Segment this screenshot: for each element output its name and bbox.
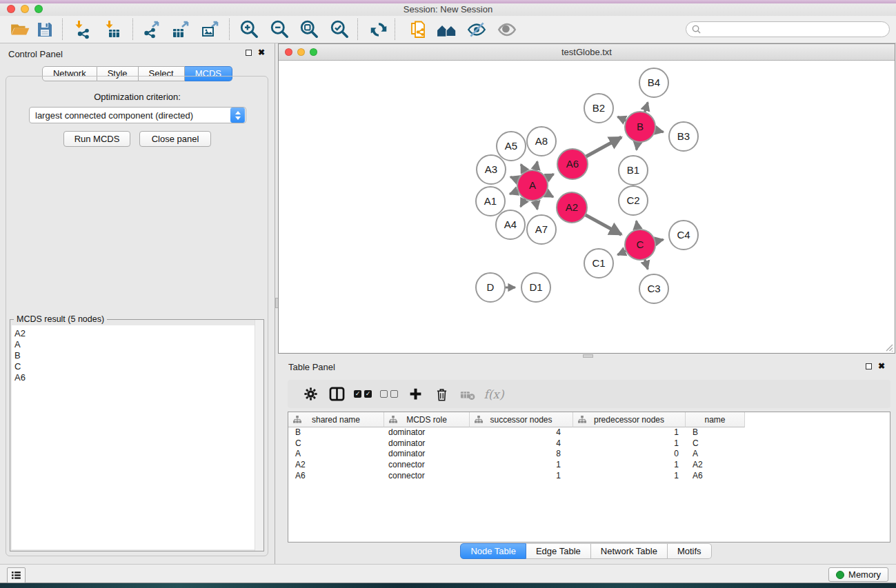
export-network-button[interactable] — [141, 18, 164, 41]
tab-node-table[interactable]: Node Table — [460, 543, 526, 559]
import-table-icon — [104, 20, 123, 39]
search-input[interactable] — [704, 23, 884, 35]
clone-network-button[interactable] — [407, 18, 430, 41]
task-history-button[interactable] — [7, 567, 26, 583]
run-mcds-button[interactable]: Run MCDS — [63, 131, 130, 147]
float-panel-icon[interactable] — [246, 50, 252, 56]
column-header-shared-name[interactable]: shared name — [288, 412, 384, 427]
network-canvas[interactable]: AA1A2A3A4A5A6A7A8BB1B2B3B4CC1C2C3C4DD1 — [279, 61, 895, 353]
export-image-button[interactable] — [199, 18, 223, 41]
table-cell: 8 — [470, 449, 573, 460]
column-header-predecessor-nodes[interactable]: predecessor nodes — [573, 412, 686, 427]
graph-node-C3[interactable]: C3 — [639, 274, 668, 303]
open-session-button[interactable] — [8, 18, 32, 41]
horizontal-splitter-handle[interactable] — [583, 354, 593, 358]
graph-node-A2[interactable]: A2 — [557, 192, 587, 223]
deselect-all-rows-button[interactable] — [376, 384, 402, 405]
birds-eye-view-button[interactable] — [495, 18, 519, 41]
memory-button[interactable]: Memory — [828, 567, 888, 582]
graph-node-B2[interactable]: B2 — [584, 94, 613, 123]
tab-network-table[interactable]: Network Table — [591, 543, 668, 559]
mcds-result-item[interactable]: A6 — [12, 372, 262, 383]
graph-node-A[interactable]: A — [517, 170, 548, 201]
search-field[interactable] — [686, 21, 890, 37]
graph-node-B1[interactable]: B1 — [619, 156, 648, 185]
export-table-button[interactable] — [170, 18, 193, 41]
table-row[interactable]: Cdominator41C — [288, 438, 890, 449]
table-panel-title: Table Panel — [288, 362, 335, 372]
tab-motifs[interactable]: Motifs — [668, 543, 712, 559]
svg-text:A4: A4 — [504, 219, 517, 230]
zoom-selected-button[interactable] — [328, 18, 352, 41]
plus-icon — [408, 387, 423, 401]
graph-node-D1[interactable]: D1 — [521, 273, 550, 302]
graph-node-A8[interactable]: A8 — [527, 127, 556, 156]
column-settings-button[interactable] — [297, 384, 323, 405]
graph-node-C[interactable]: C — [625, 230, 655, 260]
import-table-button[interactable] — [102, 18, 126, 41]
graph-node-A7[interactable]: A7 — [527, 215, 556, 244]
criterion-dropdown[interactable]: largest connected component (directed) — [29, 107, 246, 123]
svg-text:A8: A8 — [535, 135, 548, 147]
column-header-name[interactable]: name — [686, 412, 745, 427]
import-network-button[interactable] — [72, 18, 95, 41]
mcds-result-item[interactable]: B — [12, 350, 262, 361]
add-column-button[interactable] — [402, 384, 428, 405]
mcds-result-item[interactable]: C — [12, 361, 262, 372]
table-cell: A2 — [686, 460, 745, 471]
show-columns-button[interactable] — [323, 384, 350, 405]
graph-node-A4[interactable]: A4 — [496, 210, 525, 239]
column-header-successor-nodes[interactable]: successor nodes — [470, 412, 573, 427]
function-builder-button[interactable]: f(x) — [481, 384, 507, 405]
close-panel-icon[interactable]: ✖ — [258, 49, 265, 56]
toolbar-separator — [132, 19, 133, 40]
home-view-button[interactable] — [435, 18, 459, 41]
mcds-result-item[interactable]: A2 — [12, 328, 262, 339]
graph-node-C2[interactable]: C2 — [619, 186, 648, 215]
app-title: Session: New Session — [0, 4, 896, 14]
close-panel-icon[interactable]: ✖ — [878, 363, 885, 369]
network-window-titlebar[interactable]: testGlobe.txt — [279, 44, 895, 61]
mcds-result-list: A2ABCA6 — [12, 325, 262, 549]
tab-edge-table[interactable]: Edge Table — [526, 543, 591, 559]
zoom-fit-button[interactable] — [298, 18, 321, 41]
delete-table-button[interactable] — [455, 384, 481, 405]
select-all-rows-button[interactable]: ✓✓ — [350, 384, 376, 405]
save-session-button[interactable] — [33, 18, 57, 41]
svg-text:A3: A3 — [485, 163, 497, 175]
graph-node-A3[interactable]: A3 — [477, 155, 506, 184]
graph-node-A1[interactable]: A1 — [476, 187, 505, 216]
graph-edge-A6-B[interactable] — [585, 137, 621, 157]
graph-node-A5[interactable]: A5 — [497, 132, 526, 161]
table-row[interactable]: Bdominator41B — [288, 427, 890, 438]
table-row[interactable]: Adominator80A — [288, 449, 890, 460]
mcds-result-item[interactable]: A — [12, 339, 262, 350]
graph-node-C1[interactable]: C1 — [584, 249, 613, 278]
table-cell: A6 — [686, 471, 745, 482]
zoom-in-button[interactable] — [238, 18, 261, 41]
graph-node-D[interactable]: D — [476, 273, 505, 302]
graph-node-B3[interactable]: B3 — [669, 122, 698, 151]
graph-node-C4[interactable]: C4 — [669, 221, 698, 250]
list-scrollbar[interactable] — [255, 320, 263, 551]
graph-node-B4[interactable]: B4 — [639, 68, 668, 97]
control-panel: Control Panel ✖ NetworkStyleSelectMCDS O… — [0, 43, 275, 564]
zoom-out-button[interactable] — [268, 18, 292, 41]
refresh-button[interactable] — [367, 18, 390, 41]
table-row[interactable]: A2connector11A2 — [288, 460, 890, 471]
column-header-MCDS-role[interactable]: MCDS role — [384, 412, 470, 427]
float-panel-icon[interactable] — [866, 363, 872, 369]
open-folder-icon — [10, 19, 30, 40]
app-titlebar[interactable]: Session: New Session — [0, 3, 896, 16]
graph-node-A6[interactable]: A6 — [557, 149, 588, 179]
hide-graphics-button[interactable] — [465, 18, 488, 41]
resize-grip-icon[interactable] — [884, 342, 893, 352]
column-type-icon — [293, 416, 301, 425]
svg-text:B1: B1 — [627, 164, 639, 176]
delete-column-button[interactable] — [428, 384, 455, 405]
close-panel-button[interactable]: Close panel — [139, 131, 211, 147]
graph-node-B[interactable]: B — [625, 112, 655, 142]
column-label: predecessor nodes — [594, 415, 664, 425]
table-row[interactable]: A6connector11A6 — [288, 471, 890, 482]
graph-edge-A2-C[interactable] — [584, 214, 621, 235]
